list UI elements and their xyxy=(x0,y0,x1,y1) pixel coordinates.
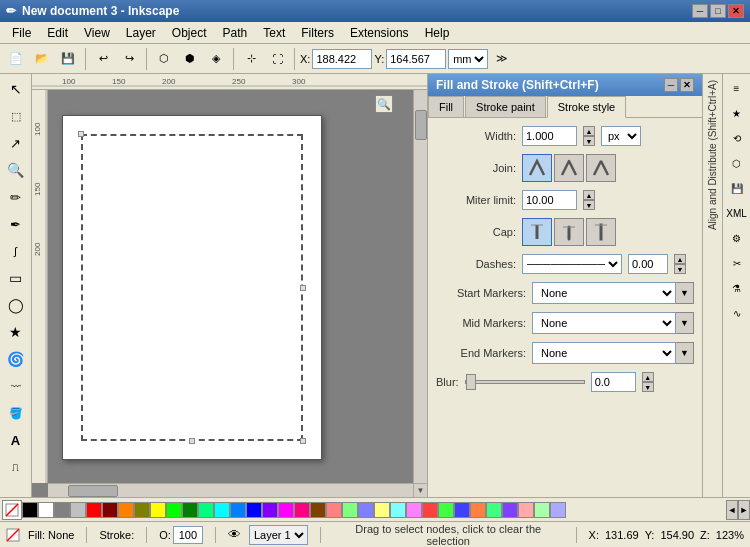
calligraphy-tool-btn[interactable]: ∫ xyxy=(3,238,29,264)
palette-scroll-left[interactable]: ◄ xyxy=(726,500,738,520)
color-swatch[interactable] xyxy=(358,502,374,518)
pencil-tool-btn[interactable]: ✏ xyxy=(3,184,29,210)
color-swatch[interactable] xyxy=(230,502,246,518)
menu-text[interactable]: Text xyxy=(255,24,293,42)
color-swatch[interactable] xyxy=(470,502,486,518)
scrollbar-vertical[interactable] xyxy=(413,90,427,483)
snap-button[interactable]: ⊹ xyxy=(239,47,263,71)
cap-square-btn[interactable] xyxy=(586,218,616,246)
select-tool-btn[interactable]: ↖ xyxy=(3,76,29,102)
unit-select[interactable]: mm xyxy=(448,49,488,69)
menu-help[interactable]: Help xyxy=(417,24,458,42)
zoom-indicator[interactable]: 🔍 xyxy=(375,95,393,113)
blur-slider[interactable] xyxy=(465,380,585,384)
dashes-offset-down[interactable]: ▼ xyxy=(674,264,686,274)
layer-select[interactable]: Layer 1 xyxy=(249,525,308,545)
color-swatch[interactable] xyxy=(262,502,278,518)
color-swatch[interactable] xyxy=(38,502,54,518)
color-swatch[interactable] xyxy=(198,502,214,518)
color-swatch[interactable] xyxy=(54,502,70,518)
start-markers-dropdown[interactable]: ▼ xyxy=(676,282,694,304)
node-editor-button[interactable]: ⬡ xyxy=(152,47,176,71)
tool-r3[interactable]: ⚗ xyxy=(725,276,749,300)
color-swatch[interactable] xyxy=(166,502,182,518)
color-swatch[interactable] xyxy=(310,502,326,518)
color-swatch[interactable] xyxy=(534,502,550,518)
minimize-button[interactable]: ─ xyxy=(692,4,708,18)
export-btn[interactable]: 💾 xyxy=(725,176,749,200)
menu-file[interactable]: File xyxy=(4,24,39,42)
width-down-btn[interactable]: ▼ xyxy=(583,136,595,146)
color-swatch[interactable] xyxy=(390,502,406,518)
color-swatch[interactable] xyxy=(102,502,118,518)
color-swatch[interactable] xyxy=(406,502,422,518)
circle-tool-btn[interactable]: ◯ xyxy=(3,292,29,318)
cap-butt-btn[interactable] xyxy=(522,218,552,246)
menu-object[interactable]: Object xyxy=(164,24,215,42)
zoom-fit-button[interactable]: ⛶ xyxy=(265,47,289,71)
open-button[interactable]: 📂 xyxy=(30,47,54,71)
paint-bucket-btn[interactable]: 🪣 xyxy=(3,400,29,426)
miter-down-btn[interactable]: ▼ xyxy=(583,200,595,210)
layers-btn[interactable]: ⬡ xyxy=(725,151,749,175)
no-fill-swatch[interactable] xyxy=(2,500,22,520)
panel-close-btn[interactable]: ✕ xyxy=(680,78,694,92)
extra-button[interactable]: ≫ xyxy=(490,47,514,71)
spiral-tool-btn[interactable]: 🌀 xyxy=(3,346,29,372)
color-swatch[interactable] xyxy=(326,502,342,518)
color-swatch[interactable] xyxy=(518,502,534,518)
color-swatch[interactable] xyxy=(550,502,566,518)
node-insert-button[interactable]: ◈ xyxy=(204,47,228,71)
canvas-area[interactable]: 100 150 200 250 300 100 150 200 xyxy=(32,74,427,497)
redo-button[interactable]: ↪ xyxy=(117,47,141,71)
menu-view[interactable]: View xyxy=(76,24,118,42)
color-swatch[interactable] xyxy=(214,502,230,518)
color-swatch[interactable] xyxy=(118,502,134,518)
star-tool-btn[interactable]: ★ xyxy=(3,319,29,345)
panel-min-btn[interactable]: ─ xyxy=(664,78,678,92)
palette-scroll-right[interactable]: ► xyxy=(738,500,750,520)
color-swatch[interactable] xyxy=(150,502,166,518)
xml-btn[interactable]: XML xyxy=(725,201,749,225)
dashes-select[interactable]: ──────────────── - - - - - - ── ── ── xyxy=(522,254,622,274)
blur-input[interactable] xyxy=(591,372,636,392)
x-input[interactable] xyxy=(312,49,372,69)
node-tool-btn[interactable]: ⬚ xyxy=(3,103,29,129)
menu-layer[interactable]: Layer xyxy=(118,24,164,42)
tab-stroke-paint[interactable]: Stroke paint xyxy=(465,96,546,117)
miter-up-btn[interactable]: ▲ xyxy=(583,190,595,200)
color-swatch[interactable] xyxy=(246,502,262,518)
dashes-offset-up[interactable]: ▲ xyxy=(674,254,686,264)
palette-btn[interactable]: ≡ xyxy=(725,76,749,100)
miter-input[interactable] xyxy=(522,190,577,210)
fav-btn[interactable]: ★ xyxy=(725,101,749,125)
tweak-tool-btn[interactable]: ↗ xyxy=(3,130,29,156)
scroll-thumb-h[interactable] xyxy=(68,485,118,497)
start-markers-select[interactable]: None xyxy=(532,282,676,304)
history-btn[interactable]: ⟲ xyxy=(725,126,749,150)
scrollbar-horizontal[interactable] xyxy=(48,483,413,497)
rect-tool-btn[interactable]: ▭ xyxy=(3,265,29,291)
maximize-button[interactable]: □ xyxy=(710,4,726,18)
dashes-offset-input[interactable] xyxy=(628,254,668,274)
join-bevel-btn[interactable] xyxy=(586,154,616,182)
text-tool-btn[interactable]: A xyxy=(3,427,29,453)
scroll-thumb-v[interactable] xyxy=(415,110,427,140)
color-swatch[interactable] xyxy=(438,502,454,518)
new-button[interactable]: 📄 xyxy=(4,47,28,71)
tab-stroke-style[interactable]: Stroke style xyxy=(547,96,626,118)
color-swatch[interactable] xyxy=(342,502,358,518)
width-input[interactable] xyxy=(522,126,577,146)
color-swatch[interactable] xyxy=(374,502,390,518)
canvas-viewport[interactable]: 100 150 200 🔍 xyxy=(32,90,413,483)
color-swatch[interactable] xyxy=(454,502,470,518)
width-up-btn[interactable]: ▲ xyxy=(583,126,595,136)
cap-round-btn[interactable] xyxy=(554,218,584,246)
y-input[interactable] xyxy=(386,49,446,69)
menu-filters[interactable]: Filters xyxy=(293,24,342,42)
menu-path[interactable]: Path xyxy=(215,24,256,42)
color-swatch[interactable] xyxy=(502,502,518,518)
save-button[interactable]: 💾 xyxy=(56,47,80,71)
gradient-tool-btn[interactable]: ⎍ xyxy=(3,454,29,480)
tool-r4[interactable]: ∿ xyxy=(725,301,749,325)
